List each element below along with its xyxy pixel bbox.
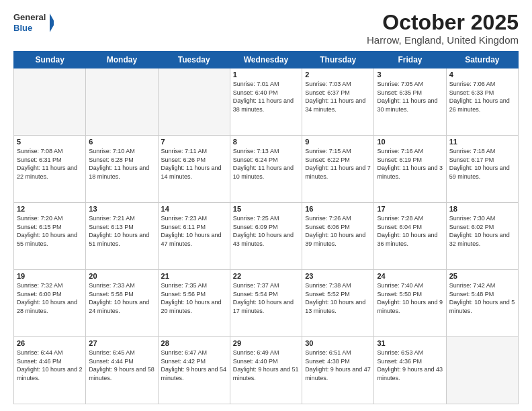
- title-location: Harrow, England, United Kingdom: [367, 34, 519, 46]
- header-friday: Friday: [374, 52, 446, 68]
- header-thursday: Thursday: [302, 52, 374, 68]
- day-info: Sunrise: 7:11 AMSunset: 6:26 PMDaylight:…: [161, 148, 222, 180]
- table-row: 1 Sunrise: 7:01 AMSunset: 6:40 PMDayligh…: [230, 68, 302, 136]
- table-row: [86, 68, 158, 136]
- table-row: 31 Sunrise: 6:53 AMSunset: 4:36 PMDaylig…: [374, 337, 446, 404]
- calendar-week-row: 12 Sunrise: 7:20 AMSunset: 6:15 PMDaylig…: [14, 203, 519, 270]
- day-info: Sunrise: 7:26 AMSunset: 6:06 PMDaylight:…: [305, 215, 365, 247]
- day-number: 31: [377, 339, 443, 347]
- table-row: 9 Sunrise: 7:15 AMSunset: 6:22 PMDayligh…: [302, 136, 374, 203]
- day-number: 21: [161, 272, 227, 280]
- table-row: 3 Sunrise: 7:05 AMSunset: 6:35 PMDayligh…: [374, 68, 446, 136]
- day-number: 6: [89, 138, 154, 146]
- day-info: Sunrise: 6:49 AMSunset: 4:40 PMDaylight:…: [233, 349, 299, 381]
- calendar-week-row: 26 Sunrise: 6:44 AMSunset: 4:46 PMDaylig…: [14, 337, 519, 404]
- table-row: 5 Sunrise: 7:08 AMSunset: 6:31 PMDayligh…: [14, 136, 86, 203]
- day-number: 4: [449, 71, 515, 79]
- header-tuesday: Tuesday: [158, 52, 230, 68]
- header: General Blue October 2025 Harrow, Englan…: [13, 11, 519, 46]
- day-info: Sunrise: 7:15 AMSunset: 6:22 PMDaylight:…: [305, 148, 371, 180]
- day-number: 18: [449, 205, 515, 213]
- day-info: Sunrise: 6:44 AMSunset: 4:46 PMDaylight:…: [17, 349, 83, 381]
- header-sunday: Sunday: [14, 52, 86, 68]
- day-info: Sunrise: 7:42 AMSunset: 5:48 PMDaylight:…: [449, 282, 515, 314]
- logo-svg: General Blue: [13, 11, 54, 35]
- day-number: 10: [377, 138, 443, 146]
- table-row: 10 Sunrise: 7:16 AMSunset: 6:19 PMDaylig…: [374, 136, 446, 203]
- calendar-header-row: Sunday Monday Tuesday Wednesday Thursday…: [14, 52, 519, 68]
- table-row: 18 Sunrise: 7:30 AMSunset: 6:02 PMDaylig…: [446, 203, 518, 270]
- day-info: Sunrise: 6:45 AMSunset: 4:44 PMDaylight:…: [89, 349, 154, 381]
- day-info: Sunrise: 7:05 AMSunset: 6:35 PMDaylight:…: [377, 81, 437, 113]
- table-row: 21 Sunrise: 7:35 AMSunset: 5:56 PMDaylig…: [158, 270, 230, 337]
- table-row: 20 Sunrise: 7:33 AMSunset: 5:58 PMDaylig…: [86, 270, 158, 337]
- day-number: 11: [449, 138, 515, 146]
- table-row: [158, 68, 230, 136]
- table-row: 25 Sunrise: 7:42 AMSunset: 5:48 PMDaylig…: [446, 270, 518, 337]
- day-info: Sunrise: 7:37 AMSunset: 5:54 PMDaylight:…: [233, 282, 294, 314]
- day-info: Sunrise: 7:16 AMSunset: 6:19 PMDaylight:…: [377, 148, 443, 180]
- day-info: Sunrise: 7:28 AMSunset: 6:04 PMDaylight:…: [377, 215, 437, 247]
- day-info: Sunrise: 7:33 AMSunset: 5:58 PMDaylight:…: [89, 282, 149, 314]
- day-number: 20: [89, 272, 154, 280]
- day-info: Sunrise: 6:47 AMSunset: 4:42 PMDaylight:…: [161, 349, 227, 381]
- svg-marker-2: [50, 13, 54, 32]
- day-info: Sunrise: 7:38 AMSunset: 5:52 PMDaylight:…: [305, 282, 365, 314]
- table-row: 16 Sunrise: 7:26 AMSunset: 6:06 PMDaylig…: [302, 203, 374, 270]
- table-row: 8 Sunrise: 7:13 AMSunset: 6:24 PMDayligh…: [230, 136, 302, 203]
- day-number: 17: [377, 205, 443, 213]
- day-info: Sunrise: 6:51 AMSunset: 4:38 PMDaylight:…: [305, 349, 371, 381]
- table-row: 24 Sunrise: 7:40 AMSunset: 5:50 PMDaylig…: [374, 270, 446, 337]
- page: General Blue October 2025 Harrow, Englan…: [0, 0, 532, 411]
- day-info: Sunrise: 7:21 AMSunset: 6:13 PMDaylight:…: [89, 215, 149, 247]
- day-number: 1: [233, 71, 299, 79]
- table-row: 27 Sunrise: 6:45 AMSunset: 4:44 PMDaylig…: [86, 337, 158, 404]
- day-number: 2: [305, 71, 371, 79]
- day-number: 9: [305, 138, 371, 146]
- day-number: 7: [161, 138, 227, 146]
- svg-text:Blue: Blue: [13, 23, 32, 33]
- day-info: Sunrise: 7:20 AMSunset: 6:15 PMDaylight:…: [17, 215, 77, 247]
- day-number: 16: [305, 205, 371, 213]
- table-row: 19 Sunrise: 7:32 AMSunset: 6:00 PMDaylig…: [14, 270, 86, 337]
- day-info: Sunrise: 7:08 AMSunset: 6:31 PMDaylight:…: [17, 148, 77, 180]
- day-number: 26: [17, 339, 83, 347]
- table-row: 29 Sunrise: 6:49 AMSunset: 4:40 PMDaylig…: [230, 337, 302, 404]
- day-number: 23: [305, 272, 371, 280]
- day-info: Sunrise: 7:03 AMSunset: 6:37 PMDaylight:…: [305, 81, 365, 113]
- day-number: 12: [17, 205, 83, 213]
- table-row: 23 Sunrise: 7:38 AMSunset: 5:52 PMDaylig…: [302, 270, 374, 337]
- title-block: October 2025 Harrow, England, United Kin…: [367, 11, 519, 46]
- title-month: October 2025: [367, 11, 519, 34]
- day-info: Sunrise: 7:30 AMSunset: 6:02 PMDaylight:…: [449, 215, 510, 247]
- day-number: 3: [377, 71, 443, 79]
- table-row: 6 Sunrise: 7:10 AMSunset: 6:28 PMDayligh…: [86, 136, 158, 203]
- calendar-week-row: 1 Sunrise: 7:01 AMSunset: 6:40 PMDayligh…: [14, 68, 519, 136]
- day-info: Sunrise: 6:53 AMSunset: 4:36 PMDaylight:…: [377, 349, 443, 381]
- calendar-table: Sunday Monday Tuesday Wednesday Thursday…: [13, 51, 519, 404]
- day-info: Sunrise: 7:13 AMSunset: 6:24 PMDaylight:…: [233, 148, 294, 180]
- day-info: Sunrise: 7:35 AMSunset: 5:56 PMDaylight:…: [161, 282, 222, 314]
- day-info: Sunrise: 7:06 AMSunset: 6:33 PMDaylight:…: [449, 81, 510, 113]
- day-number: 28: [161, 339, 227, 347]
- day-info: Sunrise: 7:32 AMSunset: 6:00 PMDaylight:…: [17, 282, 77, 314]
- day-info: Sunrise: 7:40 AMSunset: 5:50 PMDaylight:…: [377, 282, 443, 314]
- day-number: 15: [233, 205, 299, 213]
- day-number: 25: [449, 272, 515, 280]
- table-row: 7 Sunrise: 7:11 AMSunset: 6:26 PMDayligh…: [158, 136, 230, 203]
- day-number: 22: [233, 272, 299, 280]
- day-number: 19: [17, 272, 83, 280]
- table-row: 17 Sunrise: 7:28 AMSunset: 6:04 PMDaylig…: [374, 203, 446, 270]
- day-number: 24: [377, 272, 443, 280]
- day-number: 29: [233, 339, 299, 347]
- day-number: 30: [305, 339, 371, 347]
- header-wednesday: Wednesday: [230, 52, 302, 68]
- svg-text:General: General: [13, 12, 46, 22]
- table-row: 2 Sunrise: 7:03 AMSunset: 6:37 PMDayligh…: [302, 68, 374, 136]
- table-row: 12 Sunrise: 7:20 AMSunset: 6:15 PMDaylig…: [14, 203, 86, 270]
- table-row: 13 Sunrise: 7:21 AMSunset: 6:13 PMDaylig…: [86, 203, 158, 270]
- table-row: 22 Sunrise: 7:37 AMSunset: 5:54 PMDaylig…: [230, 270, 302, 337]
- table-row: 14 Sunrise: 7:23 AMSunset: 6:11 PMDaylig…: [158, 203, 230, 270]
- day-info: Sunrise: 7:01 AMSunset: 6:40 PMDaylight:…: [233, 81, 294, 113]
- day-number: 5: [17, 138, 83, 146]
